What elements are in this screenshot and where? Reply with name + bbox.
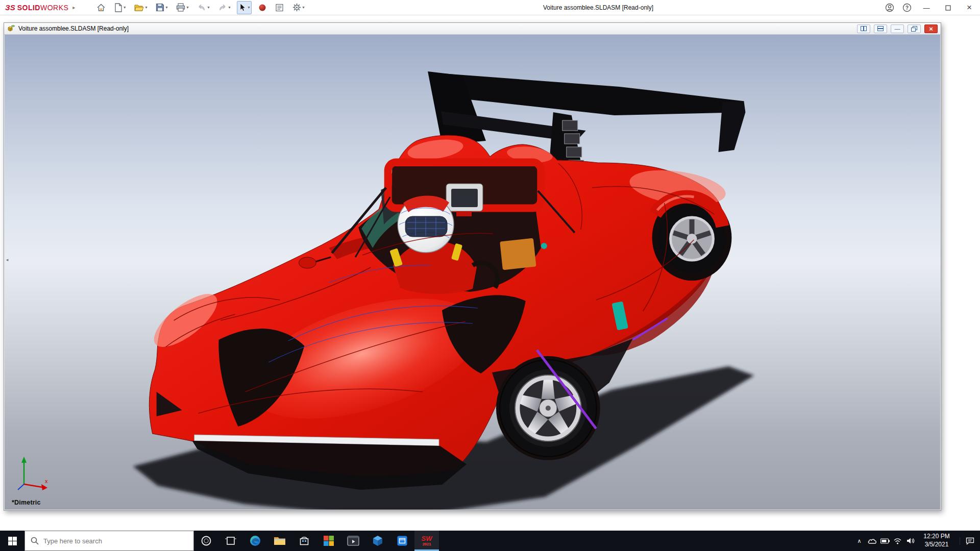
home-button[interactable] bbox=[94, 1, 108, 14]
3dexperience-sphere-icon bbox=[258, 4, 266, 12]
minimize-button[interactable]: — bbox=[916, 0, 937, 15]
tile-horizontal-button[interactable] bbox=[874, 24, 887, 33]
document-properties-button[interactable] bbox=[273, 1, 286, 14]
print-icon bbox=[176, 3, 185, 12]
taskbar-search[interactable] bbox=[24, 531, 194, 551]
open-folder-icon bbox=[134, 4, 144, 12]
svg-text:?: ? bbox=[905, 5, 909, 11]
help-button[interactable]: ? bbox=[898, 0, 916, 15]
windows-logo-icon bbox=[8, 537, 17, 545]
tile-vertical-button[interactable] bbox=[857, 24, 870, 33]
assembly-icon bbox=[7, 24, 15, 33]
volume-tray-button[interactable] bbox=[904, 531, 917, 551]
orientation-triad: x bbox=[16, 456, 53, 493]
undo-button[interactable]: ▾ bbox=[195, 1, 211, 14]
maximize-icon bbox=[945, 5, 951, 11]
restore-icon bbox=[911, 26, 917, 32]
file-explorer-button[interactable] bbox=[267, 531, 292, 551]
3dexperience-button[interactable] bbox=[256, 1, 268, 14]
race-car-model bbox=[5, 35, 940, 510]
media-player-button[interactable] bbox=[341, 531, 365, 551]
volume-icon bbox=[906, 537, 915, 544]
graphics-viewport[interactable]: ◂ x *Dimetric bbox=[5, 35, 940, 510]
solidworks-taskbar-button[interactable]: SW 2021 bbox=[414, 531, 439, 551]
task-view-icon bbox=[225, 536, 236, 546]
clock-time: 12:20 PM bbox=[917, 533, 957, 541]
document-window: Voiture assomblee.SLDASM [Read-only] — bbox=[4, 22, 941, 511]
view-orientation-label: *Dimetric bbox=[12, 499, 41, 506]
tile-horizontal-icon bbox=[877, 26, 884, 31]
document-window-controls: — × bbox=[857, 24, 938, 33]
taskbar-clock[interactable]: 12:20 PM 3/5/2021 bbox=[917, 533, 957, 548]
triad-x-label: x bbox=[45, 478, 48, 484]
cockpit-orange-panel bbox=[500, 238, 536, 270]
redo-icon bbox=[218, 4, 227, 12]
network-tray-button[interactable] bbox=[891, 531, 904, 551]
quick-access-toolbar: ▾ ▾ ▾ ▾ bbox=[94, 1, 306, 14]
document-title-bar[interactable]: Voiture assomblee.SLDASM [Read-only] — bbox=[4, 23, 941, 35]
doc-close-button[interactable]: × bbox=[924, 24, 938, 33]
onedrive-tray-button[interactable] bbox=[866, 531, 878, 551]
app-window-title: Voiture assomblee.SLDASM [Read-only] bbox=[543, 0, 653, 15]
close-button[interactable]: × bbox=[959, 0, 980, 15]
3d-viewer-icon bbox=[372, 535, 383, 546]
solidworks-logo[interactable]: ЗS SOLID WORKS bbox=[0, 3, 71, 12]
doc-restore-button[interactable] bbox=[908, 24, 921, 33]
new-document-icon bbox=[114, 3, 122, 12]
system-tray: ∧ 1 bbox=[853, 531, 980, 551]
media-player-icon bbox=[347, 536, 359, 546]
cortana-icon bbox=[201, 535, 212, 546]
wifi-icon bbox=[893, 538, 902, 544]
helmet-visor bbox=[405, 216, 447, 237]
undo-icon bbox=[197, 4, 206, 12]
user-account-icon bbox=[885, 3, 894, 12]
window-controls: ? — × bbox=[881, 0, 980, 15]
menu-flyout-icon[interactable]: ▸ bbox=[71, 5, 80, 10]
open-button[interactable]: ▾ bbox=[132, 1, 149, 14]
battery-icon bbox=[880, 538, 890, 544]
search-input[interactable] bbox=[43, 537, 188, 545]
solidworks-taskbar-icon: SW 2021 bbox=[422, 535, 432, 546]
select-cursor-icon bbox=[239, 3, 247, 12]
photos-icon bbox=[323, 535, 334, 546]
redo-button[interactable]: ▾ bbox=[216, 1, 232, 14]
task-view-button[interactable] bbox=[218, 531, 243, 551]
options-button[interactable]: ▾ bbox=[290, 1, 306, 14]
store-button[interactable] bbox=[292, 531, 316, 551]
taskbar: SW 2021 ∧ bbox=[0, 531, 980, 551]
cortana-button[interactable] bbox=[194, 531, 218, 551]
document-title: Voiture assomblee.SLDASM [Read-only] bbox=[18, 25, 129, 32]
clock-date: 3/5/2021 bbox=[917, 541, 957, 549]
feature-panel-collapse-arrow[interactable]: ◂ bbox=[5, 253, 10, 266]
edge-button[interactable] bbox=[243, 531, 267, 551]
print-button[interactable]: ▾ bbox=[174, 1, 190, 14]
3d-viewer-button[interactable] bbox=[365, 531, 390, 551]
onedrive-cloud-icon bbox=[868, 538, 877, 544]
app-title-bar: ЗS SOLID WORKS ▸ ▾ ▾ bbox=[0, 0, 980, 15]
search-icon bbox=[31, 537, 39, 545]
new-document-button[interactable]: ▾ bbox=[112, 1, 128, 14]
properties-list-icon bbox=[275, 4, 284, 12]
start-button[interactable] bbox=[0, 531, 24, 551]
rear-right-wheel bbox=[652, 195, 732, 281]
rear-left-wheel bbox=[496, 356, 600, 460]
ds-logo-mark: ЗS bbox=[5, 3, 15, 12]
notifications-icon bbox=[966, 537, 974, 545]
home-icon bbox=[96, 3, 106, 12]
file-explorer-icon bbox=[274, 536, 286, 546]
movies-app-icon bbox=[397, 535, 408, 546]
movies-app-button[interactable] bbox=[390, 531, 414, 551]
maximize-button[interactable] bbox=[937, 0, 959, 15]
action-center-button[interactable] bbox=[960, 537, 980, 545]
edge-icon bbox=[249, 535, 261, 547]
account-button[interactable] bbox=[881, 0, 898, 15]
doc-minimize-button[interactable]: — bbox=[891, 24, 904, 33]
help-icon: ? bbox=[902, 3, 912, 12]
tile-vertical-icon bbox=[861, 26, 867, 31]
photos-button[interactable] bbox=[316, 531, 341, 551]
battery-tray-button[interactable] bbox=[878, 531, 891, 551]
tray-expand-button[interactable]: ∧ bbox=[853, 531, 866, 551]
select-tool-button[interactable]: ▾ bbox=[237, 1, 252, 14]
store-icon bbox=[299, 535, 310, 546]
save-button[interactable]: ▾ bbox=[154, 1, 169, 14]
